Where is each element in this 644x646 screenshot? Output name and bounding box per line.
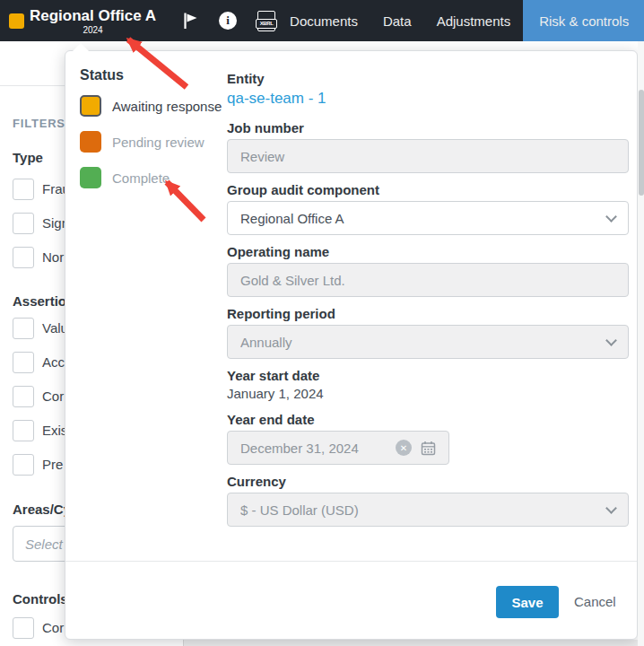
year-start-date-value: January 1, 2024 xyxy=(227,386,629,402)
status-item-complete: Complete xyxy=(80,166,222,189)
checkbox-label: Pre xyxy=(42,454,63,476)
entity-settings-popup: Status Awaiting response Pending review … xyxy=(65,50,638,640)
navbar-icons: i XBRL xyxy=(180,11,277,31)
job-number-value: Review xyxy=(240,149,615,164)
entity-link[interactable]: qa-se-team - 1 xyxy=(227,90,629,108)
chevron-down-icon xyxy=(605,211,617,223)
cancel-button[interactable]: Cancel xyxy=(574,594,616,609)
tab-adjustments[interactable]: Adjustments xyxy=(424,0,524,41)
top-navbar: Regional Office A 2024 i XBRL Documents … xyxy=(0,0,644,41)
popup-caret xyxy=(73,43,89,51)
entity-title-block: Regional Office A 2024 xyxy=(30,7,156,35)
screen: FILTERS Type Frau Sign Nor Assertion Val… xyxy=(0,0,644,646)
status-swatch-pending-icon xyxy=(80,131,101,153)
year-end-date-value: December 31, 2024 xyxy=(240,441,396,456)
filter-row-assertion-2: Acc xyxy=(13,352,65,373)
checkbox-label: Cor xyxy=(42,386,64,407)
clear-date-icon[interactable]: ✕ xyxy=(396,440,412,456)
filter-row-assertion-5: Pre xyxy=(13,454,63,476)
checkbox[interactable] xyxy=(13,179,34,200)
filter-row-assertion-1: Valu xyxy=(13,318,68,339)
save-button[interactable]: Save xyxy=(496,586,559,618)
entity-status-square-icon xyxy=(9,13,24,29)
checkbox[interactable] xyxy=(13,386,34,407)
filter-row-assertion-3: Cor xyxy=(13,386,64,407)
tab-risk-and-controls[interactable]: Risk & controls xyxy=(523,0,644,41)
filter-row-controls-1: Cor xyxy=(13,617,64,639)
group-audit-component-label: Group audit component xyxy=(227,183,629,196)
status-legend: Status Awaiting response Pending review … xyxy=(80,67,222,202)
footer-divider xyxy=(65,561,637,562)
page-bottom-strip xyxy=(0,640,644,646)
checkbox[interactable] xyxy=(13,352,34,373)
entity-selector[interactable]: Regional Office A 2024 xyxy=(9,7,156,35)
status-item-label: Pending review xyxy=(112,135,205,150)
filter-row-type-1: Frau xyxy=(13,179,70,200)
filter-section-type-header: Type xyxy=(13,150,43,165)
entity-form: Entity qa-se-team - 1 Job number Review … xyxy=(227,72,629,527)
reporting-period-value: Annually xyxy=(240,335,607,350)
filter-row-type-3: Nor xyxy=(13,247,64,268)
reporting-period-label: Reporting period xyxy=(227,307,629,320)
filter-section-areas-header: Areas/Cy xyxy=(13,502,71,517)
checkbox[interactable] xyxy=(13,318,34,339)
status-item-awaiting-response: Awaiting response xyxy=(80,94,222,118)
tab-documents[interactable]: Documents xyxy=(277,0,370,41)
checkbox-label: Acc xyxy=(42,352,65,373)
filter-row-type-2: Sign xyxy=(13,213,69,234)
engagement-title: Regional Office A xyxy=(30,7,156,25)
status-item-label: Complete xyxy=(112,170,170,186)
flag-icon[interactable] xyxy=(180,11,200,31)
areas-select-placeholder: Select xyxy=(25,537,63,552)
checkbox-label: Nor xyxy=(42,247,64,268)
group-audit-component-value: Regional Office A xyxy=(240,211,607,226)
entity-label: Entity xyxy=(227,72,629,85)
status-swatch-complete-icon xyxy=(80,167,101,188)
page-scrollbar-thumb[interactable] xyxy=(639,90,644,196)
year-start-date-label: Year start date xyxy=(227,369,629,382)
tab-data[interactable]: Data xyxy=(370,0,424,41)
info-icon[interactable]: i xyxy=(219,12,237,30)
filter-section-controls-header: Controls xyxy=(13,591,68,607)
page-scrollbar-track[interactable] xyxy=(638,41,644,646)
reporting-period-select: Annually xyxy=(227,325,629,359)
checkbox[interactable] xyxy=(13,454,34,476)
chevron-down-icon xyxy=(605,335,617,346)
checkbox-label: Cor xyxy=(42,617,64,639)
checkbox[interactable] xyxy=(13,247,34,268)
calendar-icon[interactable] xyxy=(421,441,436,456)
checkbox[interactable] xyxy=(13,213,34,234)
status-item-pending-review: Pending review xyxy=(80,130,222,153)
job-number-input: Review xyxy=(227,139,629,173)
operating-name-label: Operating name xyxy=(227,245,629,258)
currency-select: $ - US Dollar (USD) xyxy=(227,493,629,527)
year-end-date-label: Year end date xyxy=(227,413,629,426)
group-audit-component-select[interactable]: Regional Office A xyxy=(227,201,629,235)
year-end-date-input[interactable]: December 31, 2024 ✕ xyxy=(227,431,449,465)
job-number-label: Job number xyxy=(227,121,629,135)
xbrl-icon[interactable]: XBRL xyxy=(256,11,277,31)
checkbox[interactable] xyxy=(13,617,34,639)
status-legend-title: Status xyxy=(80,67,222,83)
currency-value: $ - US Dollar (USD) xyxy=(240,502,607,518)
filters-title: FILTERS xyxy=(13,117,65,130)
filter-row-assertion-4: Exis xyxy=(13,420,67,441)
engagement-year: 2024 xyxy=(83,25,102,35)
navbar-menu: Documents Data Adjustments Risk & contro… xyxy=(277,0,644,41)
xbrl-label: XBRL xyxy=(256,19,277,29)
currency-label: Currency xyxy=(227,475,629,488)
operating-name-value: Gold & Silver Ltd. xyxy=(240,273,615,288)
chevron-down-icon xyxy=(605,502,617,514)
content-background xyxy=(184,640,638,646)
status-item-label: Awaiting response xyxy=(112,99,222,114)
operating-name-input: Gold & Silver Ltd. xyxy=(227,263,629,297)
status-swatch-awaiting-icon xyxy=(80,95,101,117)
checkbox[interactable] xyxy=(13,420,34,441)
